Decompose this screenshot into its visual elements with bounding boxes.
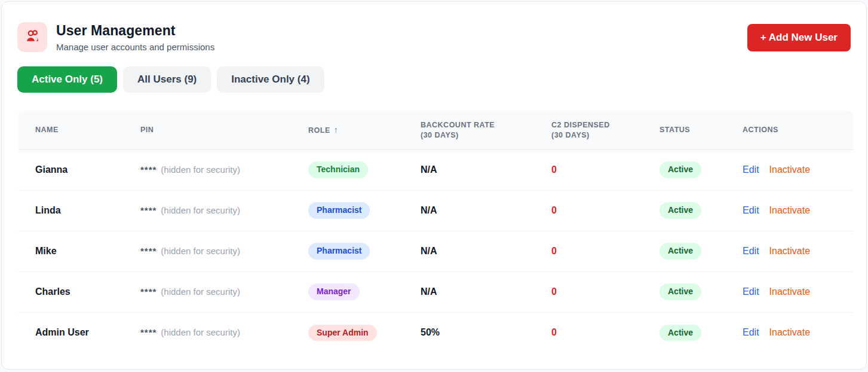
c2-dispensed-value: 0 <box>551 190 660 231</box>
pin-masked: **** <box>140 246 157 256</box>
edit-link[interactable]: Edit <box>743 205 759 216</box>
backcount-rate-value: N/A <box>421 231 551 272</box>
edit-link[interactable]: Edit <box>743 246 759 257</box>
pin-hidden-note: (hidden for security) <box>161 246 240 256</box>
backcount-rate-value: N/A <box>421 150 551 190</box>
user-role-cell: Technician <box>308 150 421 190</box>
role-badge: Pharmacist <box>308 202 370 218</box>
table-row: Mike ****(hidden for security) Pharmacis… <box>19 231 853 272</box>
user-role-cell: Pharmacist <box>308 190 421 231</box>
column-header-backcount-rate: BACKCOUNT RATE(30 DAYS) <box>421 111 551 150</box>
pin-masked: **** <box>140 205 157 215</box>
pin-masked: **** <box>140 327 157 337</box>
user-name: Charles <box>19 272 140 312</box>
header-title-group: User Management Manage user accounts and… <box>17 22 214 52</box>
user-pin-cell: ****(hidden for security) <box>140 231 308 272</box>
user-name: Linda <box>19 190 140 231</box>
user-management-panel: User Management Manage user accounts and… <box>1 1 867 370</box>
users-table: NAME PIN ROLE↑ BACKCOUNT RATE(30 DAYS) C… <box>19 111 853 353</box>
pin-hidden-note: (hidden for security) <box>161 286 240 297</box>
user-role-cell: Manager <box>308 272 421 312</box>
status-badge: Active <box>660 161 701 178</box>
inactivate-link[interactable]: Inactivate <box>769 164 810 175</box>
role-badge: Technician <box>308 161 368 178</box>
page-title: User Management <box>56 23 214 39</box>
column-header-c2-dispensed: C2 DISPENSED(30 DAYS) <box>551 111 660 150</box>
table-row: Admin User ****(hidden for security) Sup… <box>19 312 853 353</box>
status-badge: Active <box>660 202 701 218</box>
c2-dispensed-value: 0 <box>551 272 660 312</box>
table-row: Charles ****(hidden for security) Manage… <box>19 272 853 312</box>
pin-hidden-note: (hidden for security) <box>161 205 240 215</box>
status-badge: Active <box>660 283 701 300</box>
status-cell: Active <box>660 231 743 272</box>
backcount-rate-value: N/A <box>421 190 551 231</box>
user-name: Mike <box>19 231 140 272</box>
user-name: Admin User <box>19 312 140 353</box>
filter-all-users[interactable]: All Users (9) <box>123 66 211 93</box>
role-badge: Pharmacist <box>308 243 370 259</box>
filter-active-only[interactable]: Active Only (5) <box>17 66 117 93</box>
page-header: User Management Manage user accounts and… <box>2 2 866 52</box>
pin-masked: **** <box>140 286 157 297</box>
page-subtitle: Manage user accounts and permissions <box>56 42 214 52</box>
column-header-pin: PIN <box>140 111 308 150</box>
title-block: User Management Manage user accounts and… <box>56 23 214 52</box>
c2-dispensed-value: 0 <box>551 150 660 190</box>
edit-link[interactable]: Edit <box>743 286 759 297</box>
status-badge: Active <box>660 243 701 259</box>
inactivate-link[interactable]: Inactivate <box>769 246 810 257</box>
filter-tabs: Active Only (5) All Users (9) Inactive O… <box>2 52 866 93</box>
users-icon <box>24 28 41 47</box>
c2-dispensed-value: 0 <box>551 312 660 353</box>
filter-inactive-only[interactable]: Inactive Only (4) <box>217 66 324 93</box>
backcount-rate-value: N/A <box>421 272 551 312</box>
inactivate-link[interactable]: Inactivate <box>769 327 810 338</box>
edit-link[interactable]: Edit <box>743 164 759 175</box>
inactivate-link[interactable]: Inactivate <box>769 205 810 216</box>
status-badge: Active <box>660 325 701 341</box>
backcount-rate-value: 50% <box>421 312 551 353</box>
column-header-actions: ACTIONS <box>743 111 853 150</box>
inactivate-link[interactable]: Inactivate <box>769 286 810 297</box>
column-header-name: NAME <box>19 111 140 150</box>
user-role-cell: Super Admin <box>308 312 421 353</box>
actions-cell: EditInactivate <box>743 190 853 231</box>
role-badge: Super Admin <box>308 325 377 341</box>
users-table-container: NAME PIN ROLE↑ BACKCOUNT RATE(30 DAYS) C… <box>2 93 866 353</box>
actions-cell: EditInactivate <box>743 312 853 353</box>
user-pin-cell: ****(hidden for security) <box>140 150 308 190</box>
actions-cell: EditInactivate <box>743 150 853 190</box>
status-cell: Active <box>660 272 743 312</box>
pin-hidden-note: (hidden for security) <box>161 164 240 175</box>
column-header-status: STATUS <box>660 111 743 150</box>
pin-hidden-note: (hidden for security) <box>161 327 240 337</box>
edit-link[interactable]: Edit <box>743 327 759 338</box>
user-name: Gianna <box>19 150 140 190</box>
users-icon-container <box>17 22 47 52</box>
status-cell: Active <box>660 312 743 353</box>
add-new-user-button[interactable]: + Add New User <box>747 24 851 51</box>
table-row: Linda ****(hidden for security) Pharmaci… <box>19 190 853 231</box>
pin-masked: **** <box>140 164 157 175</box>
user-pin-cell: ****(hidden for security) <box>140 272 308 312</box>
user-pin-cell: ****(hidden for security) <box>140 190 308 231</box>
table-row: Gianna ****(hidden for security) Technic… <box>19 150 853 190</box>
status-cell: Active <box>660 190 743 231</box>
user-role-cell: Pharmacist <box>308 231 421 272</box>
status-cell: Active <box>660 150 743 190</box>
column-header-role[interactable]: ROLE↑ <box>308 111 421 150</box>
user-pin-cell: ****(hidden for security) <box>140 312 308 353</box>
actions-cell: EditInactivate <box>743 272 853 312</box>
c2-dispensed-value: 0 <box>551 231 660 272</box>
role-badge: Manager <box>308 283 360 300</box>
table-header-row: NAME PIN ROLE↑ BACKCOUNT RATE(30 DAYS) C… <box>19 111 853 150</box>
sort-asc-icon: ↑ <box>334 125 339 135</box>
actions-cell: EditInactivate <box>743 231 853 272</box>
